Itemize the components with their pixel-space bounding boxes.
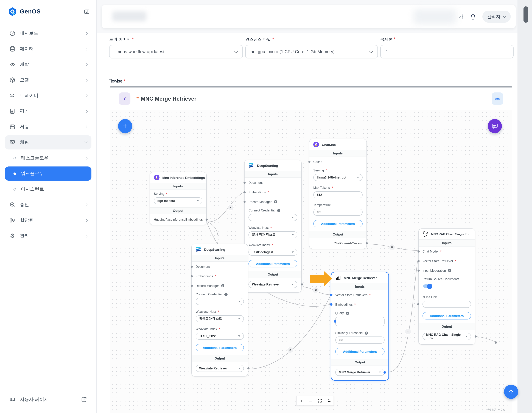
weaviate-retriever-output-select[interactable]: Weaviate Retriever (196, 365, 244, 372)
input-handle[interactable] (334, 320, 336, 323)
input-handle[interactable] (417, 250, 419, 252)
field-label: Connect Credentiali (196, 291, 244, 298)
temperature-input[interactable]: 0.9 (313, 209, 362, 216)
query-textarea[interactable] (335, 317, 385, 326)
serving-select[interactable]: bge-m3 test (154, 197, 202, 204)
weaviate-host-select[interactable]: 문서 적재 테스트 (248, 231, 297, 238)
input-handle[interactable] (190, 285, 193, 287)
input-handle[interactable] (243, 201, 246, 203)
sidebar-item-quota[interactable]: 할당량 (5, 212, 91, 228)
sidebar-item-serving[interactable]: 서빙 (5, 119, 91, 135)
fit-view-button[interactable] (315, 396, 324, 405)
additional-parameters-button[interactable]: Additional Parameters (335, 348, 385, 355)
scrollbar-track[interactable] (517, 0, 532, 413)
instance-type-select[interactable]: no_gpu_micro (1 CPU Core, 1 Gb Memory) (245, 45, 378, 58)
additional-parameters-button[interactable]: Additional Parameters (422, 312, 471, 320)
input-handle[interactable] (308, 161, 310, 163)
flow-node-mnc-inference-embeddings[interactable]: Mnc Inference EmbeddingsInputsServing*bg… (150, 172, 207, 225)
code-view-button[interactable]: </> (492, 92, 503, 105)
serving-select[interactable]: llama3.1-8b-instruct (313, 174, 362, 181)
zoom-in-button[interactable]: + (297, 396, 306, 405)
flow-node-mnc-merge-retriever[interactable]: MNC Merge RetrieverInputsVector Store Re… (331, 272, 389, 380)
input-handle[interactable] (417, 269, 419, 272)
weaviate-host-group: Weaviate Host*문서 적재 테스트 (245, 224, 301, 241)
mnc-rag-chain-single-turn-output-select[interactable]: MNC RAG Chain Single Turn (422, 333, 471, 340)
input-handle[interactable] (243, 191, 246, 193)
required-mark: * (132, 37, 134, 42)
edge[interactable] (475, 337, 496, 342)
sidebar-item-user-page[interactable]: 사용자 페이지 (5, 393, 91, 407)
flow-node-mnc-rag-chain-single-turn[interactable]: QAMNC RAG Chain Single TurnInputsChat Mo… (418, 229, 475, 345)
sidebar-item-dashboard[interactable]: 대시보드 (5, 26, 91, 41)
flow-node-chatmnc[interactable]: ChatMncInputsCacheServing*llama3.1-8b-in… (309, 139, 367, 249)
weaviate-index-select[interactable]: TestDocIngest (248, 249, 297, 256)
input-handle[interactable] (190, 266, 193, 268)
input-handle[interactable] (417, 260, 419, 262)
additional-parameters-button[interactable]: Additional Parameters (248, 260, 297, 267)
edge[interactable] (389, 261, 418, 372)
ifelse-link-input[interactable] (422, 301, 471, 308)
input-handle[interactable] (243, 182, 246, 184)
radio-dot-icon (13, 157, 16, 159)
zoom-out-button[interactable]: − (306, 396, 315, 405)
edge-delete-button[interactable]: × (287, 347, 293, 353)
notifications-bell-icon[interactable] (469, 13, 476, 20)
output-handle[interactable] (301, 283, 303, 285)
weaviate-retriever-output-select[interactable]: Weaviate Retriever (248, 281, 297, 288)
replicas-input[interactable]: 1 (380, 45, 513, 58)
sidebar-item-chat[interactable]: 채팅 (5, 135, 91, 149)
user-menu-button[interactable]: 관리자 (482, 11, 511, 23)
connect-credential-select[interactable] (196, 298, 244, 305)
input-handle[interactable] (190, 275, 193, 277)
additional-parameters-button[interactable]: Additional Parameters (313, 220, 362, 227)
scrollbar-thumb[interactable] (523, 6, 528, 23)
sidebar-item-trainer[interactable]: 트레이너 (5, 88, 91, 103)
output-handle[interactable] (475, 335, 476, 338)
flow-node-deepsearfing-bottom[interactable]: DeepSearfingInputsDocumentEmbeddings*Rec… (191, 244, 248, 376)
return-source-documents-toggle[interactable] (423, 285, 432, 288)
input-handle[interactable] (330, 294, 332, 296)
sidebar-item-approval[interactable]: 승인 (5, 197, 91, 212)
flow-canvas[interactable]: × × × × × Mnc Inference EmbeddingsInputs… (110, 110, 512, 413)
edge-delete-button[interactable]: × (389, 244, 395, 250)
output-handle[interactable] (366, 242, 368, 244)
output-handle[interactable] (383, 371, 386, 374)
max-tokens-input[interactable]: 512 (313, 191, 362, 198)
collapse-sidebar-icon[interactable] (84, 9, 90, 15)
output-handle[interactable] (205, 219, 208, 221)
chat-test-button[interactable] (488, 119, 502, 133)
sidebar-subitem-assistant[interactable]: 어시스턴트 (5, 181, 91, 197)
flow-node-deepsearfing-top[interactable]: DeepSearfingInputsDocumentEmbeddings*Rec… (244, 160, 302, 293)
similarity-threshold-input[interactable]: 0.8 (335, 337, 385, 344)
mnc-merge-retriever-output-select[interactable]: MNC Merge Retriever (335, 369, 385, 376)
arrow-up-icon (508, 389, 514, 395)
gauge-icon (9, 30, 16, 37)
docker-image-select[interactable]: llmops-workflow-api:latest (109, 45, 243, 58)
edge-delete-button[interactable]: × (313, 287, 319, 293)
sidebar-item-data[interactable]: 데이터 (5, 41, 91, 57)
edge[interactable] (248, 296, 330, 369)
scroll-to-top-button[interactable] (504, 385, 518, 399)
edge-delete-button[interactable]: × (228, 205, 234, 211)
edge[interactable] (207, 192, 244, 222)
add-node-button[interactable]: + (118, 119, 132, 133)
input-handle[interactable] (330, 303, 332, 306)
output-handle[interactable] (247, 367, 249, 369)
sidebar-item-evaluation[interactable]: 평가 (5, 103, 91, 119)
input-handle[interactable] (417, 303, 419, 305)
sidebar-item-model[interactable]: 모델 (5, 72, 91, 88)
sidebar-item-admin[interactable]: ⚙관리 (5, 228, 91, 244)
edge-endpoint-handle[interactable] (495, 341, 497, 344)
additional-parameters-button[interactable]: Additional Parameters (196, 344, 244, 351)
sidebar-item-develop[interactable]: 개발 (5, 57, 91, 72)
back-button[interactable] (119, 92, 130, 105)
weaviate-host-select[interactable]: 암복호화 테스트 (196, 315, 244, 322)
connect-credential-select[interactable] (248, 214, 297, 221)
sidebar-item-label: 서빙 (20, 124, 80, 130)
sidebar-subitem-taskflow[interactable]: 태스크플로우 (5, 150, 91, 166)
edge-delete-button[interactable]: × (405, 329, 411, 334)
weaviate-index-select[interactable]: TEST_1122 (196, 333, 244, 340)
sidebar-subitem-workflow[interactable]: 워크플로우 (5, 166, 91, 181)
font-size-button[interactable]: 가 (459, 13, 463, 20)
lock-button[interactable] (324, 396, 333, 405)
